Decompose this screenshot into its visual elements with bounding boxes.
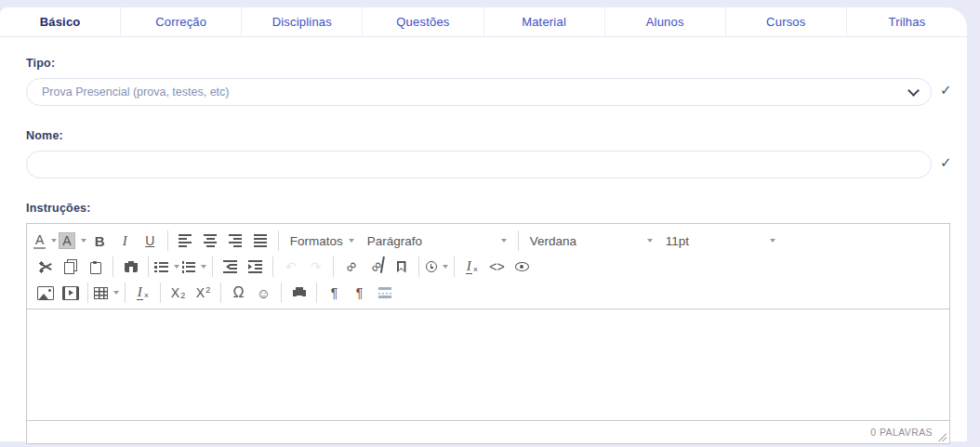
insert-datetime-button[interactable]: [425, 256, 448, 278]
tipo-select[interactable]: Prova Presencial (prova, testes, etc): [26, 78, 932, 106]
align-right-icon: [229, 234, 242, 247]
align-center-button[interactable]: [199, 230, 222, 252]
superscript-icon: X: [196, 286, 205, 299]
tab-trilhas[interactable]: Trilhas: [847, 7, 967, 36]
nome-valid-check-icon: ✓: [940, 155, 952, 169]
source-code-button[interactable]: <>: [485, 256, 509, 278]
paste-button[interactable]: [84, 256, 107, 278]
italic-button[interactable]: I: [113, 230, 137, 252]
tab-disciplinas[interactable]: Disciplinas: [242, 7, 363, 36]
redo-button[interactable]: ↷: [304, 256, 327, 278]
outdent-button[interactable]: [219, 256, 242, 278]
copy-icon: [64, 262, 74, 274]
editor-content-area[interactable]: [27, 309, 949, 420]
content-card: BásicoCorreçãoDisciplinasQuestõesMateria…: [0, 7, 967, 441]
toolbar-group-divider: [454, 256, 455, 277]
nome-input[interactable]: [26, 151, 932, 178]
indent-button[interactable]: [244, 256, 267, 278]
remove-format-button[interactable]: I×: [131, 282, 154, 304]
anchor-bookmark-icon: [397, 261, 406, 273]
bullet-list-button[interactable]: [154, 256, 179, 278]
print-button[interactable]: [287, 282, 311, 304]
show-invisible-chars-icon: ¶: [356, 286, 364, 299]
table-icon: [94, 287, 108, 299]
toolbar-group-divider: [87, 283, 88, 303]
toolbar-group-divider: [160, 283, 161, 303]
special-character-button[interactable]: Ω: [227, 282, 250, 304]
bullet-list-icon: [154, 261, 168, 273]
dropdown-caret-icon: [81, 239, 86, 243]
formats-menu[interactable]: Formatos: [284, 230, 361, 252]
background-color-icon: A: [59, 232, 74, 249]
font-family-select[interactable]: Verdana: [523, 230, 659, 252]
clear-formatting-icon: I: [466, 259, 472, 274]
show-blocks-button[interactable]: ¶: [323, 282, 346, 304]
show-invisible-chars-button[interactable]: ¶: [348, 282, 371, 304]
toolbar-row: ↶↷∞∞I×<>: [33, 254, 946, 280]
source-code-icon: <>: [489, 260, 504, 273]
find-replace-button[interactable]: [119, 256, 142, 278]
toolbar-group-divider: [278, 230, 279, 251]
editor-toolbar: AABIUFormatosParágrafoVerdana11pt↶↷∞∞I×<…: [27, 224, 949, 309]
undo-button[interactable]: ↶: [279, 256, 302, 278]
insert-image-button[interactable]: [33, 282, 57, 304]
insert-media-icon: [62, 286, 79, 300]
toolbar-group-divider: [316, 283, 317, 303]
subscript-icon: X: [171, 286, 179, 299]
dropdown-caret-icon: [349, 239, 354, 243]
text-color-icon: A: [33, 233, 46, 249]
insert-datetime-icon: [426, 261, 437, 272]
remove-link-button[interactable]: ∞: [364, 256, 388, 278]
page-break-button[interactable]: [373, 282, 396, 304]
redo-icon: ↷: [311, 260, 322, 273]
resize-grip[interactable]: [937, 432, 947, 441]
print-icon: [293, 287, 306, 298]
dropdown-caret-icon: [201, 265, 206, 269]
exam-basic-form: Tipo: Prova Presencial (prova, testes, e…: [0, 37, 967, 444]
copy-button[interactable]: [59, 256, 82, 278]
tab-questoes[interactable]: Questões: [363, 7, 483, 36]
dropdown-caret-icon: [113, 291, 119, 295]
tab-correcao[interactable]: Correção: [121, 7, 242, 36]
dropdown-caret-icon: [443, 265, 448, 269]
toolbar-group-divider: [148, 256, 149, 277]
indent-icon: [248, 260, 262, 273]
cut-icon: [39, 261, 52, 273]
undo-icon: ↶: [285, 260, 297, 273]
insert-media-button[interactable]: [59, 282, 82, 304]
align-left-button[interactable]: [174, 230, 197, 252]
clear-formatting-button[interactable]: I×: [460, 256, 483, 278]
tab-material[interactable]: Material: [484, 7, 605, 36]
tab-alunos[interactable]: Alunos: [605, 7, 726, 36]
table-button[interactable]: [94, 282, 119, 304]
text-color-button[interactable]: A: [33, 230, 57, 252]
bold-button[interactable]: B: [88, 230, 112, 252]
tab-cursos[interactable]: Cursos: [726, 7, 847, 36]
dropdown-caret-icon: [770, 239, 775, 243]
superscript-button[interactable]: X2: [192, 282, 215, 304]
remove-link-icon: ∞: [367, 257, 385, 275]
font-size-select[interactable]: 11pt: [659, 230, 782, 252]
numbered-list-button[interactable]: [181, 256, 206, 278]
paragraph-style-select[interactable]: Parágrafo: [361, 230, 513, 252]
font-size-select-value: 11pt: [666, 234, 689, 248]
align-right-button[interactable]: [224, 230, 247, 252]
tipo-select-value: Prova Presencial (prova, testes, etc): [42, 85, 229, 99]
tab-basico[interactable]: Básico: [0, 7, 121, 36]
background-color-button[interactable]: A: [59, 230, 86, 252]
toolbar-group-divider: [113, 256, 113, 277]
anchor-bookmark-button[interactable]: [390, 256, 413, 278]
preview-button[interactable]: [510, 256, 534, 278]
tab-bar: BásicoCorreçãoDisciplinasQuestõesMateria…: [0, 7, 967, 37]
formats-menu-value: Formatos: [290, 234, 343, 248]
emoticons-button[interactable]: ☺: [252, 282, 275, 304]
cut-button[interactable]: [33, 256, 57, 278]
toolbar-group-divider: [333, 256, 334, 277]
subscript-button[interactable]: X2: [166, 282, 190, 304]
tipo-label: Tipo:: [26, 57, 967, 70]
underline-button[interactable]: U: [139, 230, 162, 252]
tipo-valid-check-icon: ✓: [940, 83, 952, 97]
special-character-icon: Ω: [233, 285, 245, 300]
insert-link-button[interactable]: ∞: [339, 256, 363, 278]
align-justify-button[interactable]: [249, 230, 272, 252]
